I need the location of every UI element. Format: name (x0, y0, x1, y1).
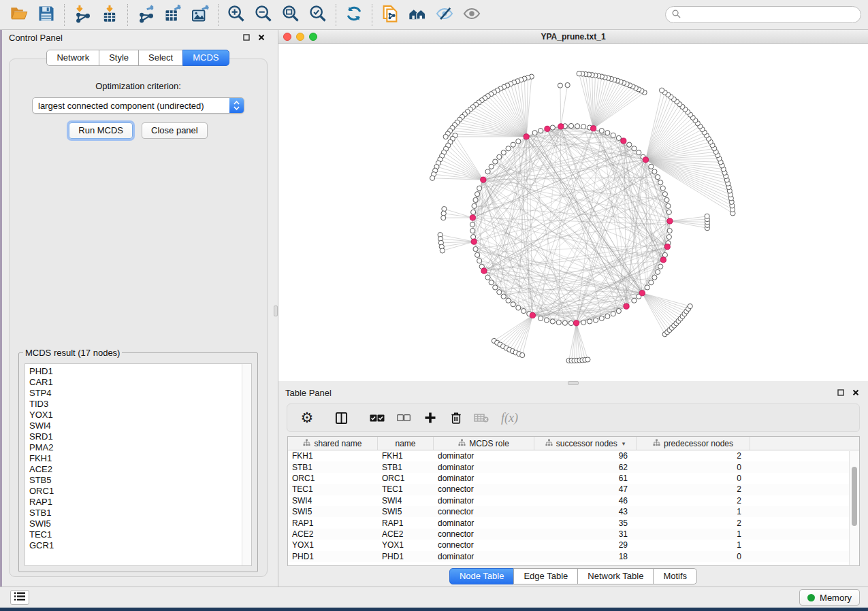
table-cell-shared-name[interactable]: PHD1 (288, 552, 378, 561)
mcds-result-item[interactable]: STB1 (29, 508, 242, 518)
mcds-result-item[interactable]: ACE2 (29, 464, 242, 475)
table-cell-mcds-role[interactable]: dominator (434, 552, 534, 561)
table-cell-successor-nodes[interactable]: 46 (534, 496, 637, 506)
table-cell-successor-nodes[interactable]: 62 (534, 463, 637, 472)
table-cell-name[interactable]: FKH1 (378, 451, 434, 461)
mcds-result-item[interactable]: CAR1 (29, 377, 242, 388)
table-cell-name[interactable]: ACE2 (378, 529, 434, 539)
table-cell-shared-name[interactable]: FKH1 (288, 451, 378, 461)
mcds-result-item[interactable]: ORC1 (29, 486, 242, 497)
task-history-button[interactable] (10, 590, 29, 605)
table-cell-successor-nodes[interactable]: 43 (534, 507, 637, 516)
tab-select[interactable]: Select (138, 50, 183, 66)
table-vertical-scrollbar[interactable] (849, 451, 859, 565)
zoom-selected-button[interactable] (304, 3, 332, 27)
table-row[interactable]: SWI4SWI4dominator462 (288, 495, 859, 506)
open-session-button[interactable] (5, 3, 33, 27)
tab-edge-table[interactable]: Edge Table (513, 568, 578, 584)
import-table-button[interactable] (96, 3, 123, 27)
table-cell-predecessor-nodes[interactable]: 2 (637, 484, 750, 494)
table-cell-successor-nodes[interactable]: 29 (534, 540, 637, 550)
mcds-result-item[interactable]: GCR1 (29, 540, 242, 551)
column-header-predecessor-nodes[interactable]: predecessor nodes (637, 437, 750, 450)
table-cell-successor-nodes[interactable]: 18 (534, 552, 637, 561)
table-row[interactable]: ORC1ORC1dominator610 (288, 473, 859, 484)
table-cell-shared-name[interactable]: SWI5 (288, 507, 378, 516)
search-input[interactable] (685, 10, 854, 20)
first-neighbors-button[interactable] (404, 3, 431, 27)
table-cell-name[interactable]: ORC1 (378, 474, 434, 483)
export-image-button[interactable] (187, 3, 214, 27)
table-row[interactable]: FKH1FKH1dominator962 (288, 450, 859, 461)
mcds-result-item[interactable]: SWI5 (29, 518, 242, 529)
refresh-view-button[interactable] (340, 3, 368, 27)
close-panel-button[interactable]: Close panel (142, 122, 208, 139)
table-cell-name[interactable]: YOX1 (378, 540, 434, 550)
column-header-mcds-role[interactable]: MCDS role (434, 437, 534, 450)
table-row[interactable]: SWI5SWI5connector431 (288, 506, 859, 517)
vertical-splitter[interactable] (274, 30, 278, 587)
export-network-button[interactable] (132, 3, 159, 27)
table-cell-mcds-role[interactable]: dominator (434, 518, 534, 528)
table-cell-predecessor-nodes[interactable]: 0 (637, 552, 750, 561)
run-mcds-button[interactable]: Run MCDS (69, 122, 133, 139)
close-panel-icon[interactable] (256, 32, 267, 43)
mcds-result-item[interactable]: FKH1 (29, 453, 242, 464)
table-cell-name[interactable]: SWI5 (378, 507, 434, 516)
tab-network[interactable]: Network (46, 50, 99, 66)
column-header-shared-name[interactable]: shared name (288, 437, 378, 450)
table-cell-mcds-role[interactable]: dominator (434, 463, 534, 472)
mcds-result-item[interactable]: STB5 (29, 475, 242, 486)
hide-selected-button[interactable] (431, 3, 458, 27)
select-all-rows-button[interactable] (364, 407, 391, 429)
save-session-button[interactable] (33, 3, 60, 27)
mcds-result-item[interactable]: PMA2 (29, 442, 242, 453)
deselect-all-rows-button[interactable] (391, 407, 417, 429)
table-cell-predecessor-nodes[interactable]: 1 (637, 529, 750, 539)
table-cell-predecessor-nodes[interactable]: 2 (637, 496, 750, 506)
network-canvas[interactable] (278, 44, 868, 381)
mcds-result-item[interactable]: STP4 (29, 388, 242, 399)
tab-motifs[interactable]: Motifs (653, 568, 697, 584)
tab-style[interactable]: Style (99, 50, 139, 66)
column-visibility-button[interactable] (319, 407, 364, 429)
zoom-out-button[interactable] (250, 3, 277, 27)
table-cell-shared-name[interactable]: RAP1 (288, 518, 378, 528)
table-cell-name[interactable]: STB1 (378, 463, 434, 472)
table-row[interactable]: TEC1TEC1connector472 (288, 484, 859, 495)
duplicate-network-button[interactable] (376, 3, 404, 27)
table-cell-shared-name[interactable]: STB1 (288, 463, 378, 472)
table-row[interactable]: YOX1YOX1connector291 (288, 540, 859, 550)
table-row[interactable]: PHD1PHD1dominator180 (288, 551, 859, 562)
table-settings-button[interactable]: ⚙ (295, 407, 319, 429)
table-cell-successor-nodes[interactable]: 61 (534, 474, 637, 483)
show-all-button[interactable] (458, 3, 485, 27)
close-panel-icon[interactable] (850, 387, 861, 398)
result-list-scrollbar[interactable] (242, 364, 251, 565)
table-cell-name[interactable]: TEC1 (378, 484, 434, 494)
table-cell-name[interactable]: SWI4 (378, 496, 434, 506)
table-cell-successor-nodes[interactable]: 31 (534, 529, 637, 539)
delete-table-button[interactable] (468, 407, 494, 429)
delete-column-button[interactable] (444, 407, 468, 429)
table-cell-predecessor-nodes[interactable]: 1 (637, 507, 750, 516)
table-cell-shared-name[interactable]: ACE2 (288, 529, 378, 539)
table-cell-predecessor-nodes[interactable]: 2 (637, 518, 750, 528)
add-column-button[interactable] (417, 407, 444, 429)
table-cell-mcds-role[interactable]: connector (434, 529, 534, 539)
float-panel-icon[interactable] (835, 387, 846, 398)
criterion-select[interactable]: largest connected component (undirected) (32, 97, 244, 114)
column-header-name[interactable]: name (378, 437, 434, 450)
mcds-result-item[interactable]: SWI4 (29, 420, 242, 431)
scrollbar-thumb[interactable] (852, 467, 857, 526)
table-row[interactable]: ACE2ACE2connector311 (288, 529, 859, 540)
table-cell-predecessor-nodes[interactable]: 2 (637, 451, 750, 461)
table-row[interactable]: RAP1RAP1dominator352 (288, 517, 859, 528)
mcds-result-item[interactable]: TEC1 (29, 529, 242, 540)
zoom-fit-button[interactable] (277, 3, 304, 27)
export-table-button[interactable] (159, 3, 187, 27)
table-cell-mcds-role[interactable]: dominator (434, 451, 534, 461)
table-cell-mcds-role[interactable]: connector (434, 484, 534, 494)
table-cell-name[interactable]: RAP1 (378, 518, 434, 528)
import-network-button[interactable] (69, 3, 96, 27)
